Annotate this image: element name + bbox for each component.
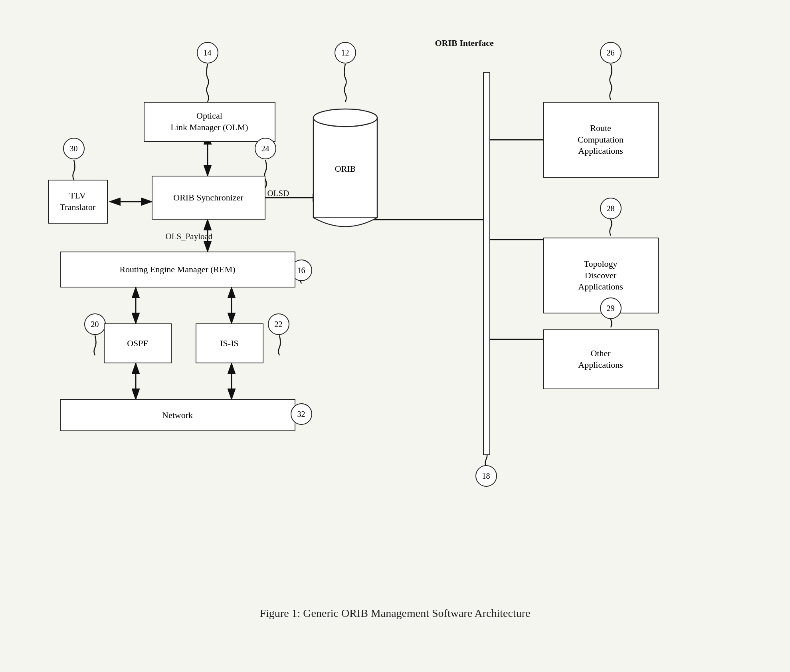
topo-disc-box: TopologyDiscoverApplications xyxy=(543,238,659,313)
orib-sync-box: ORIB Synchronizer xyxy=(152,176,265,220)
circle-29: 29 xyxy=(600,297,622,319)
architecture-diagram: ORIB Interface 14 OpticalLink Manager (O… xyxy=(36,16,754,595)
circle-12: 12 xyxy=(335,42,356,63)
svg-text:ORIB: ORIB xyxy=(335,164,356,174)
circle-18: 18 xyxy=(475,465,497,487)
other-apps-box: OtherApplications xyxy=(543,329,659,389)
circle-30: 30 xyxy=(63,138,85,159)
svg-point-15 xyxy=(313,109,377,127)
circle-28: 28 xyxy=(600,198,622,219)
circle-20: 20 xyxy=(84,313,106,335)
ospf-box: OSPF xyxy=(104,323,172,363)
circle-32: 32 xyxy=(291,403,312,425)
circle-14: 14 xyxy=(197,42,218,63)
olsd-label: OLSD xyxy=(267,188,289,198)
orib-cylinder: ORIB xyxy=(311,102,379,235)
route-comp-box: RouteComputationApplications xyxy=(543,102,659,178)
tlv-box: TLVTranslator xyxy=(48,180,108,224)
network-box: Network xyxy=(60,399,295,431)
orib-interface-bar xyxy=(483,72,490,455)
figure-caption: Figure 1: Generic ORIB Management Softwa… xyxy=(259,607,530,620)
ols-payload-label: OLS_Payload xyxy=(166,232,213,242)
circle-22: 22 xyxy=(268,313,289,335)
circle-24: 24 xyxy=(255,138,276,159)
circle-26: 26 xyxy=(600,42,622,63)
orib-interface-label: ORIB Interface xyxy=(435,38,494,48)
olm-box: OpticalLink Manager (OLM) xyxy=(144,102,275,142)
isis-box: IS-IS xyxy=(196,323,263,363)
rem-box: Routing Engine Manager (REM) xyxy=(60,252,295,287)
